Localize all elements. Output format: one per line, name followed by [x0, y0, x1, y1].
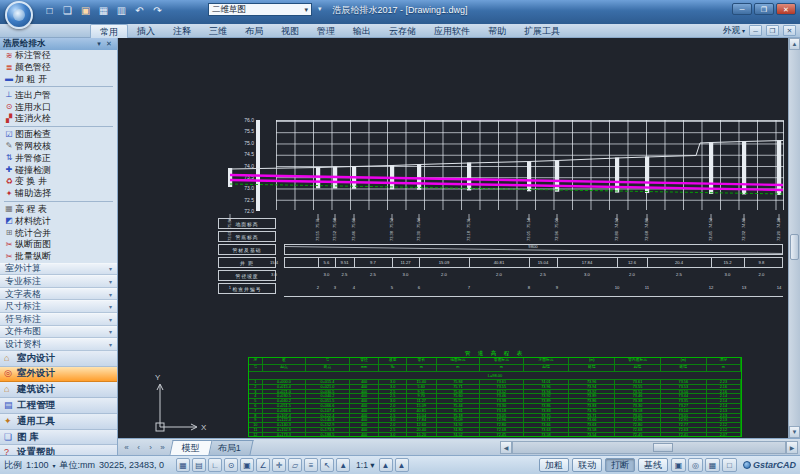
minimize-button[interactable]: ─ [732, 3, 752, 15]
doc-restore-button[interactable]: ❐ [766, 25, 779, 36]
tool-变换井[interactable]: ♻变 换 井 [0, 176, 117, 188]
mode-设置帮助[interactable]: ?设置帮助 [0, 445, 117, 455]
tool-加粗开[interactable]: ▬加 粗 开 [0, 74, 117, 86]
ribbon-tab-管理[interactable]: 管理 [308, 24, 344, 38]
tool-高程表[interactable]: ▦高 程 表 [0, 204, 117, 216]
mode-室内设计[interactable]: ⌂室内设计 [0, 351, 117, 367]
group-文字表格[interactable]: 文字表格▾ [0, 288, 117, 301]
toolbar-lock-icon[interactable]: ▣ [671, 458, 686, 472]
app-menu-button[interactable] [5, 1, 33, 29]
pipe-table-header: 管长 [407, 358, 437, 365]
tab-nav-icon-2[interactable]: › [145, 441, 156, 454]
ribbon-tab-视图[interactable]: 视图 [272, 24, 308, 38]
mode-图库[interactable]: ❏图 库 [0, 430, 117, 446]
ribbon-tab-帮助[interactable]: 帮助 [479, 24, 515, 38]
dynamic-input-icon[interactable]: ▱ [288, 458, 302, 472]
layout-tab-模型[interactable]: 模型 [169, 440, 212, 455]
tool-颜色管径[interactable]: ≣颜色管径 [0, 62, 117, 74]
tool-连用水口[interactable]: ⊙连用水口 [0, 101, 117, 113]
tool-纵断面图[interactable]: ✂纵断面图 [0, 239, 117, 251]
vertical-scrollbar[interactable]: ▲ ▼ [788, 38, 800, 438]
ribbon-tab-云存储[interactable]: 云存储 [380, 24, 425, 38]
tool-井管修正[interactable]: ⇅井管修正 [0, 152, 117, 164]
ribbon-tab-注释[interactable]: 注释 [164, 24, 200, 38]
scroll-up-icon[interactable]: ▲ [789, 38, 800, 50]
tab-nav-icon-3[interactable]: » [157, 441, 168, 454]
tool-统计合并[interactable]: ⊞统计合并 [0, 227, 117, 239]
polar-tracking-icon[interactable]: ⊙ [224, 458, 238, 472]
selection-cycling-icon[interactable]: ↖ [320, 458, 334, 472]
group-符号标注[interactable]: 符号标注▾ [0, 313, 117, 326]
lineweight-icon[interactable]: ≡ [304, 458, 318, 472]
object-snap-icon[interactable]: ▣ [240, 458, 254, 472]
well-number: 14 [771, 286, 787, 290]
close-button[interactable]: ✕ [776, 3, 796, 15]
tool-辅助选择[interactable]: ✦辅助选择 [0, 188, 117, 200]
tool-管网校核[interactable]: ✎管网校核 [0, 141, 117, 153]
grid-icon[interactable]: ▦ [176, 458, 190, 472]
chevron-down-icon[interactable]: ▾ [53, 462, 56, 469]
button-联动[interactable]: 联动 [572, 458, 602, 472]
well-number: 2 [310, 286, 326, 290]
tool-图面检查[interactable]: ☑图面检查 [0, 129, 117, 141]
tool-碰撞检测[interactable]: ✚碰撞检测 [0, 164, 117, 176]
group-尺寸标注[interactable]: 尺寸标注▾ [0, 300, 117, 313]
object-tracking-icon[interactable]: ∠ [256, 458, 270, 472]
button-加粗[interactable]: 加粗 [539, 458, 569, 472]
layout-tab-布局1[interactable]: 布局1 [205, 440, 253, 455]
group-label: 文字表格 [5, 288, 109, 301]
restore-button[interactable]: ❐ [754, 3, 774, 15]
palette-close-icon[interactable]: ✕ [104, 40, 114, 48]
ribbon-tab-常用[interactable]: 常用 [90, 24, 128, 38]
appearance-dropdown[interactable]: 外观 ▾ [723, 25, 745, 37]
horizontal-scroll-thumb[interactable] [653, 443, 673, 452]
tool-标注管径[interactable]: ≋标注管径 [0, 50, 117, 62]
scroll-left-icon[interactable]: ◀ [500, 441, 512, 454]
ribbon-tab-插入[interactable]: 插入 [128, 24, 164, 38]
ribbon-tab-三维[interactable]: 三维 [200, 24, 236, 38]
scale-value[interactable]: 1:100 [26, 460, 49, 470]
group-专业标注[interactable]: 专业标注▾ [0, 275, 117, 288]
distance-value: 15.4 [230, 261, 318, 265]
mode-工程管理[interactable]: ▤工程管理 [0, 398, 117, 414]
drawing-canvas[interactable]: 76.075.575.074.574.073.573.072.572.0 YX … [118, 38, 788, 438]
ribbon-tab-输出[interactable]: 输出 [344, 24, 380, 38]
vertical-scroll-thumb[interactable] [790, 234, 799, 260]
ribbon-tab-应用软件[interactable]: 应用软件 [425, 24, 479, 38]
group-文件布图[interactable]: 文件布图▾ [0, 326, 117, 339]
annotation-visibility-icon[interactable]: ▲ [379, 458, 393, 472]
doc-minimize-button[interactable]: ─ [749, 25, 762, 36]
horizontal-scrollbar[interactable]: ◀ ▶ [500, 441, 798, 454]
mode-建筑设计[interactable]: ⌂建筑设计 [0, 382, 117, 398]
scroll-right-icon[interactable]: ▶ [786, 441, 798, 454]
button-基线[interactable]: 基线 [638, 458, 668, 472]
ribbon-tab-扩展工具[interactable]: 扩展工具 [515, 24, 569, 38]
ortho-icon[interactable]: ∟ [208, 458, 222, 472]
vertical-scroll-track[interactable] [789, 50, 800, 426]
snap-icon[interactable]: ▤ [192, 458, 206, 472]
mode-通用工具[interactable]: ✦通用工具 [0, 414, 117, 430]
tool-材料统计[interactable]: ◩材料统计 [0, 215, 117, 227]
palette-pin-icon[interactable]: ▾ [94, 40, 104, 48]
clean-screen-icon[interactable]: □ [722, 458, 737, 472]
pipe-table-subheader: m [437, 365, 480, 372]
tool-批量纵断[interactable]: ✂批量纵断 [0, 251, 117, 263]
tool-连出户管[interactable]: ⊥连出户管 [0, 89, 117, 101]
button-打断[interactable]: 打断 [605, 458, 635, 472]
annotation-scale-value[interactable]: 1:1 ▾ [356, 460, 374, 470]
dynamic-ucs-icon[interactable]: ✛ [272, 458, 286, 472]
isolate-objects-icon[interactable]: ◎ [688, 458, 703, 472]
annotation-autoscale-icon[interactable]: ▲ [395, 458, 409, 472]
group-设计资料[interactable]: 设计资料▾ [0, 338, 117, 351]
ribbon-tab-布局[interactable]: 布局 [236, 24, 272, 38]
group-室外计算[interactable]: 室外计算▾ [0, 263, 117, 276]
hardware-accel-icon[interactable]: ▦ [705, 458, 720, 472]
doc-close-button[interactable]: ✕ [783, 25, 796, 36]
tool-连消火栓[interactable]: ▞连消火栓 [0, 113, 117, 125]
tab-nav-icon-0[interactable]: « [121, 441, 132, 454]
scroll-down-icon[interactable]: ▼ [789, 426, 800, 438]
annotation-icon[interactable]: ▲ [336, 458, 350, 472]
tab-nav-icon-1[interactable]: ‹ [133, 441, 144, 454]
mode-室外设计[interactable]: ◎室外设计 [0, 367, 117, 383]
horizontal-scroll-track[interactable] [512, 441, 786, 454]
